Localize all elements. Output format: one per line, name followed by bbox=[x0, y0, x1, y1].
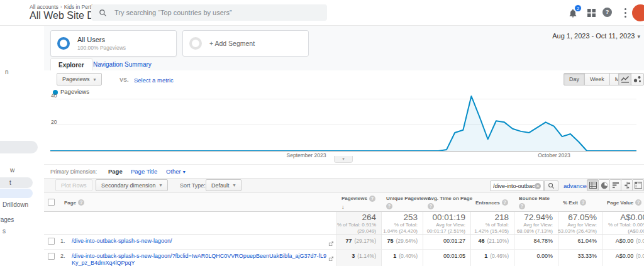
column-header-page-value[interactable]: Page Value? bbox=[607, 193, 644, 212]
help-icon[interactable]: ? bbox=[580, 199, 586, 206]
segment-donut-icon bbox=[57, 37, 70, 50]
left-nav-sidebar: n w t Drilldown Pages s bbox=[0, 26, 44, 266]
column-header-unique-pageviews[interactable]: Unique Pageviews? bbox=[386, 193, 420, 212]
table-search-button[interactable] bbox=[544, 180, 558, 191]
summary-exit: 67.05%Avg for View: 53.03% (26.43%) bbox=[558, 212, 602, 235]
tab-explorer[interactable]: Explorer bbox=[50, 58, 92, 70]
row-checkbox[interactable] bbox=[48, 238, 55, 245]
table-view-button[interactable] bbox=[587, 179, 599, 191]
dimension-other[interactable]: Other▾ bbox=[166, 168, 186, 175]
breadcrumb-entity[interactable]: Kids in Perth bbox=[64, 4, 94, 10]
column-header-bounce-rate[interactable]: Bounce Rate? bbox=[519, 193, 555, 212]
summary-bounce-rate: 72.94%Avg for View: 68.08% (7.13%) bbox=[514, 212, 558, 235]
table-summary-row: 264% of Total: 0.91% (29,049) 253% of To… bbox=[44, 212, 644, 235]
summary-unique-pageviews: 253% of Total: 1.04% (24,420) bbox=[381, 212, 423, 235]
granularity-week-button[interactable]: Week bbox=[584, 73, 610, 86]
help-icon[interactable]: ? bbox=[519, 203, 525, 209]
date-range-selector[interactable]: Aug 1, 2023 - Oct 11, 2023▾ bbox=[528, 32, 640, 40]
x-axis-month-label: October 2023 bbox=[538, 152, 570, 158]
chart-collapse-handle[interactable]: ▾ bbox=[334, 156, 353, 163]
help-icon[interactable] bbox=[602, 8, 612, 17]
column-header-exit[interactable]: % Exit? bbox=[563, 193, 598, 212]
table-header-row: Page? Pageviews?↓ Unique Pageviews? Avg.… bbox=[44, 193, 644, 212]
granularity-day-button[interactable]: Day bbox=[564, 73, 585, 86]
segment-all-users[interactable]: All Users 100.00% Pageviews bbox=[50, 30, 177, 57]
x-axis-line bbox=[50, 151, 636, 152]
metric-cell: 77(29.17%) bbox=[336, 235, 381, 249]
tab-navigation-summary[interactable]: Navigation Summary bbox=[93, 61, 152, 68]
clear-search-icon[interactable]: × bbox=[535, 183, 541, 189]
apps-grid-icon[interactable] bbox=[587, 8, 596, 19]
nav-item-site-content-pill[interactable] bbox=[0, 177, 33, 188]
help-icon[interactable]: ? bbox=[78, 199, 84, 206]
metric-selector-dropdown[interactable]: Pageviews▾ bbox=[57, 73, 102, 86]
user-avatar[interactable] bbox=[632, 4, 644, 21]
advanced-search-link[interactable]: advanced bbox=[564, 182, 589, 189]
help-icon[interactable]: ? bbox=[502, 199, 508, 206]
select-all-checkbox[interactable] bbox=[48, 199, 55, 206]
line-chart-view-button[interactable] bbox=[618, 73, 631, 86]
sort-type-dropdown[interactable]: Default▾ bbox=[206, 179, 242, 191]
summary-avg-time: 00:01:19Avg for View: 00:01:17 (2.51%) bbox=[423, 212, 470, 235]
nav-fragment[interactable]: n bbox=[5, 69, 9, 75]
dimension-page[interactable]: Page bbox=[108, 168, 123, 175]
column-header-page[interactable]: Page? bbox=[64, 193, 328, 212]
table-view-icon bbox=[589, 182, 597, 189]
pie-chart-icon bbox=[601, 182, 608, 189]
pageviews-area-chart[interactable] bbox=[50, 94, 636, 152]
nav-fragment-content-drilldown[interactable]: Drilldown bbox=[3, 201, 28, 208]
performance-view-button[interactable] bbox=[609, 179, 621, 191]
chart-type-toggle bbox=[619, 73, 644, 86]
page-link[interactable]: /dive-into-outback-splash-s-new-lagoon/ bbox=[72, 238, 327, 245]
secondary-dimension-dropdown[interactable]: Secondary dimension▾ bbox=[96, 179, 168, 191]
dimension-other-label: Other bbox=[166, 168, 181, 175]
table-view-toggle bbox=[587, 179, 644, 191]
metric-cell: 46(21.10%) bbox=[470, 235, 514, 249]
column-header-pageviews[interactable]: Pageviews?↓ bbox=[341, 193, 379, 212]
ga-screen: All accounts›Kids in Perth All Web Site … bbox=[0, 0, 644, 266]
page-link[interactable]: /dive-into-outback-splash-s-new-lagoon/?… bbox=[72, 253, 327, 266]
breadcrumb-all-accounts[interactable]: All accounts bbox=[30, 4, 58, 10]
metric-cell: 61.04% bbox=[558, 235, 602, 249]
column-header-entrances[interactable]: Entrances? bbox=[475, 193, 511, 212]
summary-pageviews: 264% of Total: 0.91% (29,049) bbox=[336, 212, 381, 235]
table-search-input[interactable] bbox=[493, 183, 535, 189]
select-a-metric-link[interactable]: Select a metric bbox=[134, 77, 174, 84]
table-search-box: × bbox=[490, 180, 544, 191]
more-vertical-icon[interactable] bbox=[625, 8, 626, 18]
row-index: 1. bbox=[60, 238, 65, 244]
percentage-view-button[interactable] bbox=[598, 179, 610, 191]
motion-chart-icon bbox=[633, 75, 641, 83]
column-header-avg-time[interactable]: Avg. Time on Page? bbox=[428, 193, 467, 212]
comparison-view-button[interactable] bbox=[621, 179, 633, 191]
chevron-down-icon: ▾ bbox=[160, 182, 162, 188]
metric-cell: A$0.00(0.00%) bbox=[602, 250, 644, 266]
external-link-icon[interactable] bbox=[328, 238, 334, 249]
breadcrumb: All accounts›Kids in Perth bbox=[30, 4, 94, 10]
dimension-page-title[interactable]: Page Title bbox=[131, 168, 157, 175]
primary-dimension-label: Primary Dimension: bbox=[50, 169, 97, 175]
nav-fragment-behavior-flow[interactable]: w bbox=[10, 167, 14, 174]
add-segment-card[interactable]: + Add Segment bbox=[182, 30, 309, 57]
global-search[interactable] bbox=[91, 4, 327, 21]
chevron-right-icon: › bbox=[60, 4, 62, 10]
nav-item-all-pages-selected-pill[interactable] bbox=[0, 189, 33, 198]
segment-detail: 100.00% Pageviews bbox=[77, 45, 126, 51]
sort-descending-icon[interactable]: ↓ bbox=[341, 204, 345, 210]
motion-chart-view-button[interactable] bbox=[631, 73, 644, 86]
date-range-value: Aug 1, 2023 - Oct 11, 2023 bbox=[552, 32, 635, 40]
help-icon[interactable]: ? bbox=[635, 199, 641, 206]
plot-rows-button[interactable]: Plot Rows bbox=[55, 179, 92, 191]
nav-fragment-landing-pages[interactable]: Pages bbox=[0, 216, 14, 223]
nav-fragment-site-content[interactable]: t bbox=[9, 179, 11, 186]
search-input[interactable] bbox=[114, 9, 303, 16]
nav-item-pill[interactable] bbox=[0, 141, 38, 153]
help-icon[interactable]: ? bbox=[369, 196, 375, 202]
help-icon[interactable]: ? bbox=[428, 203, 434, 209]
pivot-view-button[interactable] bbox=[632, 179, 644, 191]
external-link-icon[interactable] bbox=[328, 253, 334, 264]
row-checkbox[interactable] bbox=[48, 253, 55, 260]
nav-fragment-exit-pages[interactable]: s bbox=[3, 228, 6, 235]
metric-cell: 33.33% bbox=[558, 250, 602, 266]
help-icon[interactable]: ? bbox=[386, 203, 392, 209]
